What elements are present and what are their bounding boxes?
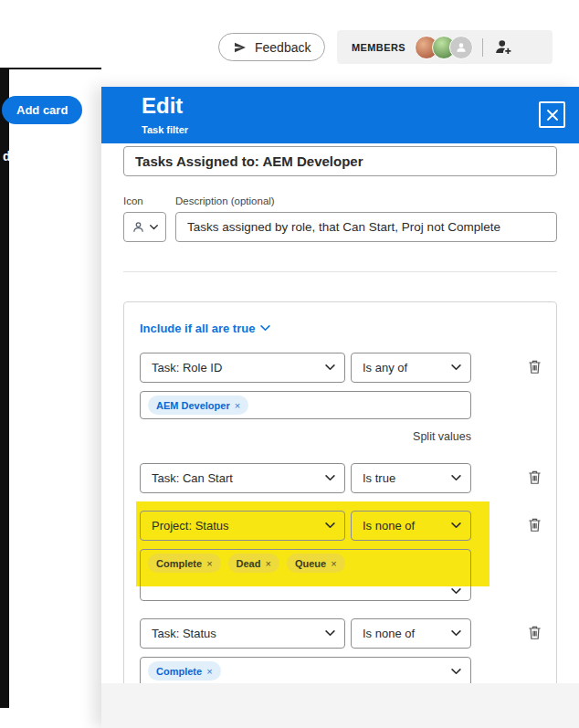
field-select-value: Task: Role ID bbox=[152, 361, 222, 375]
field-select[interactable]: Project: Status bbox=[140, 511, 345, 541]
board-column-text-fragment: d bbox=[3, 149, 11, 164]
value-chip: Dead × bbox=[228, 554, 279, 573]
description-label: Description (optional) bbox=[175, 195, 275, 206]
value-chips-field[interactable]: AEM Developer × bbox=[140, 391, 471, 419]
chevron-down-icon bbox=[325, 630, 335, 637]
description-input[interactable] bbox=[175, 212, 557, 242]
feedback-button[interactable]: Feedback bbox=[218, 33, 325, 61]
field-select[interactable]: Task: Role ID bbox=[140, 353, 345, 383]
operator-select[interactable]: Is none of bbox=[351, 618, 471, 649]
panel-body: Icon Description (optional) Include if a… bbox=[101, 143, 579, 683]
divider bbox=[482, 38, 483, 57]
chip-label: Dead bbox=[237, 558, 261, 569]
chip-remove-icon[interactable]: × bbox=[235, 400, 240, 411]
chip-label: Complete bbox=[156, 558, 202, 569]
value-chip: AEM Developer × bbox=[148, 396, 248, 415]
chevron-down-icon bbox=[325, 364, 335, 371]
members-toolbar: MEMBERS bbox=[337, 30, 553, 64]
operator-select[interactable]: Is none of bbox=[351, 511, 471, 541]
chevron-down-icon bbox=[451, 522, 461, 529]
app-window: Feedback MEMBERS d Add card Edit Task f bbox=[0, 0, 579, 728]
chip-label: Complete bbox=[156, 666, 202, 677]
value-chips-field[interactable]: Complete × Dead × Queue × bbox=[140, 549, 471, 601]
field-select[interactable]: Task: Can Start bbox=[140, 463, 345, 493]
operator-select-value: Is true bbox=[363, 471, 395, 485]
close-button[interactable] bbox=[539, 101, 565, 128]
panel-subtitle: Task filter bbox=[142, 124, 188, 135]
chevron-down-icon bbox=[260, 325, 270, 332]
value-chip: Complete × bbox=[148, 554, 221, 573]
field-select-value: Task: Can Start bbox=[152, 471, 233, 485]
include-condition-label: Include if all are true bbox=[140, 322, 255, 335]
filter-rules-group: Include if all are true Task: Role ID Is… bbox=[123, 301, 557, 683]
operator-select-value: Is any of bbox=[363, 361, 407, 375]
panel-footer bbox=[101, 683, 579, 728]
field-select[interactable]: Task: Status bbox=[140, 618, 345, 649]
value-chip: Queue × bbox=[287, 554, 345, 573]
chevron-down-icon bbox=[451, 630, 461, 637]
chip-remove-icon[interactable]: × bbox=[265, 558, 270, 569]
delete-rule-button[interactable] bbox=[524, 624, 544, 644]
trash-icon bbox=[528, 470, 542, 485]
delete-rule-button[interactable] bbox=[524, 469, 544, 489]
field-select-value: Project: Status bbox=[152, 519, 229, 533]
chip-label: AEM Developer bbox=[156, 400, 230, 411]
chip-remove-icon[interactable]: × bbox=[206, 558, 212, 569]
trash-icon bbox=[528, 359, 542, 375]
edit-filter-panel: Edit Task filter Icon Description (optio… bbox=[101, 87, 579, 728]
add-member-button[interactable] bbox=[492, 37, 514, 58]
member-avatars bbox=[415, 36, 473, 59]
chevron-down-icon[interactable] bbox=[451, 588, 461, 595]
chevron-down-icon bbox=[325, 522, 335, 529]
chevron-down-icon bbox=[451, 475, 461, 481]
field-select-value: Task: Status bbox=[152, 627, 216, 640]
operator-select[interactable]: Is any of bbox=[351, 353, 471, 383]
operator-select-value: Is none of bbox=[363, 627, 415, 640]
operator-select-value: Is none of bbox=[363, 519, 415, 533]
avatar[interactable] bbox=[449, 36, 473, 59]
person-icon bbox=[132, 220, 145, 234]
board-top-edge bbox=[0, 68, 101, 69]
chevron-down-icon[interactable] bbox=[451, 669, 461, 675]
chevron-down-icon bbox=[451, 364, 461, 371]
delete-rule-button[interactable] bbox=[524, 358, 544, 378]
board-background: d bbox=[0, 69, 9, 708]
include-condition-toggle[interactable]: Include if all are true bbox=[140, 322, 270, 335]
icon-select[interactable] bbox=[123, 212, 166, 242]
add-person-icon bbox=[494, 37, 513, 57]
filter-name-input[interactable] bbox=[123, 146, 557, 176]
icon-label: Icon bbox=[123, 195, 143, 206]
trash-icon bbox=[528, 625, 542, 640]
value-chip: Complete × bbox=[148, 661, 221, 681]
chevron-down-icon bbox=[325, 475, 335, 481]
feedback-label: Feedback bbox=[255, 40, 311, 55]
panel-header: Edit Task filter bbox=[101, 87, 579, 143]
close-icon bbox=[546, 109, 559, 121]
chip-remove-icon[interactable]: × bbox=[331, 558, 336, 569]
split-values-label: Split values bbox=[140, 430, 471, 443]
section-divider bbox=[123, 271, 557, 272]
panel-title: Edit bbox=[142, 93, 183, 119]
operator-select[interactable]: Is true bbox=[351, 463, 471, 493]
chevron-down-icon bbox=[150, 225, 158, 230]
trash-icon bbox=[528, 517, 542, 533]
members-label: MEMBERS bbox=[352, 42, 405, 53]
send-icon bbox=[233, 40, 247, 55]
chip-label: Queue bbox=[295, 558, 326, 569]
add-card-button[interactable]: Add card bbox=[2, 96, 82, 124]
value-chips-field[interactable]: Complete × bbox=[140, 657, 471, 683]
person-icon bbox=[455, 41, 468, 54]
delete-rule-button[interactable] bbox=[524, 516, 544, 536]
chip-remove-icon[interactable]: × bbox=[206, 666, 212, 677]
